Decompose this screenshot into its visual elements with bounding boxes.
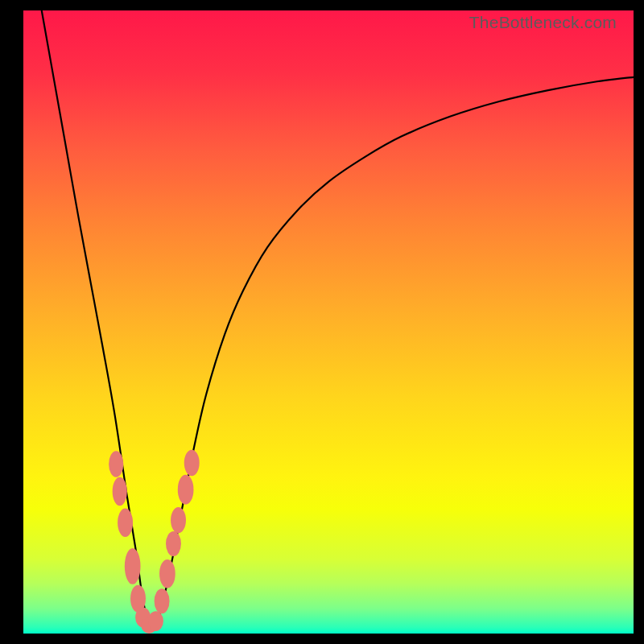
data-marker [171, 507, 186, 534]
data-marker [166, 531, 181, 556]
chart-svg [23, 10, 634, 634]
data-marker [118, 508, 133, 537]
plot-area [23, 10, 634, 634]
data-marker [113, 477, 127, 506]
watermark-text: TheBottleneck.com [469, 13, 617, 32]
data-marker [109, 451, 123, 477]
chart-frame: TheBottleneck.com [0, 0, 644, 644]
data-marker [155, 588, 170, 613]
data-marker [125, 548, 141, 584]
data-marker [178, 475, 194, 505]
marker-group [109, 450, 200, 634]
data-marker [159, 559, 175, 588]
bottleneck-curve [42, 10, 634, 625]
data-marker [184, 450, 200, 477]
data-marker [148, 611, 163, 631]
